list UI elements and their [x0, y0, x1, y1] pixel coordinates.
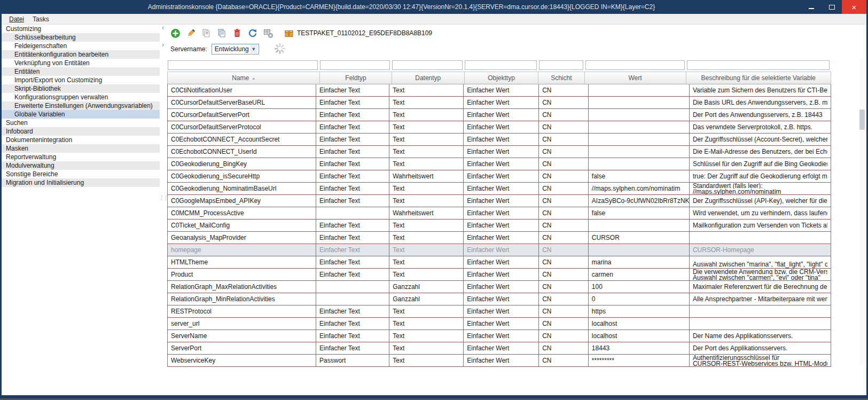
refresh-button[interactable]: [246, 27, 260, 40]
table-row[interactable]: WebserviceKeyPasswortTextEinfacher WertC…: [167, 355, 831, 367]
filter-cell: [319, 60, 392, 70]
table-row[interactable]: ProductEinfacher TextTextEinfacher WertC…: [167, 269, 831, 281]
table-row[interactable]: C0CursorDefaultServerBaseURLEinfacher Te…: [167, 97, 831, 109]
menu-tasks[interactable]: Tasks: [28, 15, 53, 23]
sidebar-item-sonstige-bereiche[interactable]: Sonstige Bereiche: [2, 170, 160, 178]
table-row[interactable]: C0Ticket_MailConfigEinfacher TextTextEin…: [167, 219, 831, 232]
table-settings-button[interactable]: [261, 27, 275, 40]
table-row[interactable]: C0EchobotCONNECT_UserIdEinfacher TextTex…: [167, 146, 831, 158]
cell-feldtyp: Einfacher Text: [316, 244, 389, 256]
column-header-beschreibung-f-r-die-selektierte-variable[interactable]: Beschreibung für die selektierte Variabl…: [686, 72, 831, 84]
cell-feldtyp: [316, 281, 389, 293]
sidebar-item-reportverwaltung[interactable]: Reportverwaltung: [2, 153, 160, 161]
sidebar-item-modulverwaltung[interactable]: Modulverwaltung: [2, 161, 160, 170]
minimize-button[interactable]: [801, 0, 822, 14]
table-row[interactable]: C0CursorDefaultServerPortEinfacher TextT…: [167, 109, 831, 121]
table-row[interactable]: C0EchobotCONNECT_AccountSecretEinfacher …: [167, 134, 831, 146]
menu-datei[interactable]: Datei: [5, 15, 28, 23]
cell-wert: [589, 244, 690, 256]
filter-input-name[interactable]: [168, 60, 318, 70]
table-row[interactable]: server_urlEinfacher TextTextEinfacher We…: [167, 318, 831, 330]
sidebar-item-schl-sselbearbeitung[interactable]: Schlüsselbearbeitung: [2, 33, 160, 42]
sidebar-item-feldeigenschaften[interactable]: Feldeigenschaften: [2, 42, 160, 50]
cell-objekttyp: Einfacher Wert: [464, 244, 539, 256]
cell-feldtyp: Einfacher Text: [316, 256, 389, 268]
paste-button[interactable]: [215, 27, 229, 40]
cell-schicht: CN: [539, 195, 589, 207]
cell-datentyp: Text: [389, 84, 464, 96]
cell-feldtyp: Einfacher Text: [316, 109, 389, 121]
cell-wert: 0: [589, 293, 690, 305]
edit-button[interactable]: [184, 27, 198, 40]
delete-button[interactable]: [230, 27, 244, 40]
sidebar-item-suchen[interactable]: Suchen: [2, 119, 160, 127]
sidebar-item-migration-und-initialisierung[interactable]: Migration und Initialisierung: [2, 178, 160, 187]
filter-input-wert[interactable]: [585, 60, 685, 70]
collapse-left-icon[interactable]: ‹: [162, 25, 164, 33]
servername-select[interactable]: Entwicklung ▼: [212, 44, 259, 54]
column-header-name[interactable]: Name▲: [168, 72, 320, 84]
cell-datentyp: Text: [389, 330, 464, 342]
sidebar-item-globale-variablen[interactable]: Globale Variablen: [2, 110, 160, 119]
sidebar-item-dokumentenintegration[interactable]: Dokumentenintegration: [2, 136, 160, 144]
table-row[interactable]: HTMLThemeEinfacher TextTextEinfacher Wer…: [167, 256, 831, 269]
sidebar-item-skript-bibliothek[interactable]: Skript-Bibliothek: [2, 84, 160, 93]
column-header-schicht[interactable]: Schicht: [538, 72, 585, 84]
servername-value: Entwicklung: [215, 45, 249, 53]
filter-input-schicht[interactable]: [539, 60, 583, 70]
copy-button[interactable]: [199, 27, 213, 40]
sidebar-item-import-export-von-customizing[interactable]: Import/Export von Customizing: [2, 76, 160, 84]
column-header-objekttyp[interactable]: Objekttyp: [465, 72, 538, 84]
table-row[interactable]: C0CtiNotificationUserEinfacher TextTextE…: [167, 84, 831, 97]
cell-datentyp: Text: [389, 305, 464, 317]
filter-input-objekttyp[interactable]: [465, 60, 537, 70]
vertical-scrollbar[interactable]: [859, 59, 865, 366]
column-header-label: Wert: [629, 74, 642, 82]
table-row[interactable]: RelationGraph_MinRelationActivitiesGanzz…: [167, 293, 831, 305]
close-button[interactable]: ×: [842, 0, 866, 14]
sidebar-item-verkn-pfung-von-entit-ten[interactable]: Verknüpfung von Entitäten: [2, 59, 160, 67]
cell-feldtyp: Einfacher Text: [316, 318, 389, 330]
table-row[interactable]: ServerPortEinfacher TextTextEinfacher We…: [167, 342, 831, 355]
table-row[interactable]: C0Geokodierung_BingKeyEinfacher TextText…: [167, 158, 831, 170]
table-row[interactable]: C0CursorDefaultServerProtocolEinfacher T…: [167, 121, 831, 134]
cell-datentyp: Wahrheitswert: [389, 170, 464, 182]
cell-objekttyp: Einfacher Wert: [464, 97, 539, 108]
table-row[interactable]: homepageEinfacher TextTextEinfacher Wert…: [167, 244, 831, 256]
table-row[interactable]: Geoanalysis_MapProviderEinfacher TextTex…: [167, 232, 831, 244]
filter-input-beschreibung-f-r-die-selektierte-variable[interactable]: [687, 60, 830, 70]
cell-beschreibung: Authentifizierungsschlüssel fürCURSOR-RE…: [690, 355, 831, 366]
sidebar-item-customizing[interactable]: Customizing: [2, 25, 160, 33]
sidebar-item-infoboard[interactable]: Infoboard: [2, 127, 160, 136]
sidebar-item-konfigurationsgruppen-verwalten[interactable]: Konfigurationsgruppen verwalten: [2, 93, 160, 101]
add-button[interactable]: [168, 27, 182, 40]
scrollbar-thumb[interactable]: [859, 109, 865, 130]
description-line: Standardwert (falls leer):: [693, 183, 827, 189]
column-header-feldtyp[interactable]: Feldtyp: [320, 72, 392, 84]
filter-input-datentyp[interactable]: [392, 60, 463, 70]
maximize-button[interactable]: [822, 0, 842, 14]
table-row[interactable]: RelationGraph_MaxRelationActivitiesGanzz…: [167, 281, 831, 293]
cell-feldtyp: Einfacher Text: [316, 97, 389, 108]
table-row[interactable]: C0Geokodierung_NominatimBaseUrlEinfacher…: [167, 183, 831, 195]
filter-input-feldtyp[interactable]: [320, 60, 390, 70]
column-header-datentyp[interactable]: Datentyp: [392, 72, 465, 84]
splitter[interactable]: ‹ › ⋮⋮: [160, 25, 166, 395]
table-row[interactable]: C0Geokodierung_isSecureHttpEinfacher Tex…: [167, 170, 831, 183]
collapse-right-icon[interactable]: ›: [162, 42, 164, 50]
column-header-label: Datentyp: [415, 74, 441, 82]
cell-datentyp: Text: [389, 183, 464, 194]
cell-name: RelationGraph_MaxRelationActivities: [168, 281, 316, 293]
cell-wert: false: [589, 170, 690, 182]
cell-beschreibung: true: Der Zugriff auf die Geokodierung e…: [690, 170, 831, 182]
table-row[interactable]: C0MCMM_ProcessActiveWahrheitswertEinfach…: [167, 207, 831, 219]
table-row[interactable]: ServerNameEinfacher TextTextEinfacher We…: [167, 330, 831, 342]
sidebar-item-masken[interactable]: Masken: [2, 144, 160, 153]
table-row[interactable]: C0GoogleMapsEmbed_APIKeyEinfacher TextTe…: [167, 195, 831, 207]
sidebar-item-entit-ten[interactable]: Entitäten: [2, 67, 160, 76]
sidebar-item-erweiterte-einstellungen-anwendungsvariablen[interactable]: Erweiterte Einstellungen (Anwendungsvari…: [2, 101, 160, 110]
column-header-wert[interactable]: Wert: [585, 72, 686, 84]
description-line: Wird verwendet, um zu verhindern, dass l…: [693, 210, 827, 217]
table-row[interactable]: RESTProtocolEinfacher TextTextEinfacher …: [167, 305, 831, 318]
sidebar-item-entit-tenkonfiguration-bearbeiten[interactable]: Entitätenkonfiguration bearbeiten: [2, 50, 160, 59]
